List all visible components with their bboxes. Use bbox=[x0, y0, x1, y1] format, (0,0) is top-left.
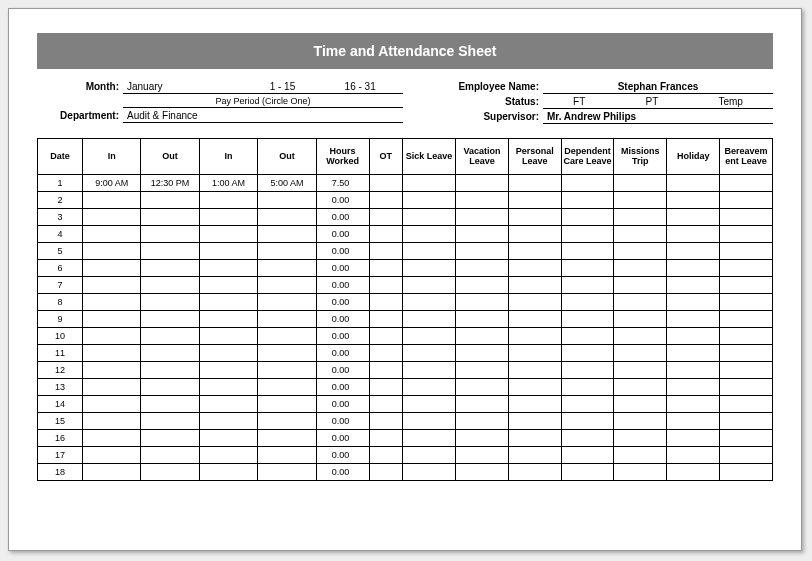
cell-sick[interactable] bbox=[403, 311, 456, 328]
cell-out2[interactable] bbox=[258, 362, 316, 379]
cell-vacation[interactable] bbox=[456, 209, 509, 226]
cell-ot[interactable] bbox=[369, 396, 403, 413]
cell-hours[interactable]: 0.00 bbox=[316, 209, 369, 226]
cell-personal[interactable] bbox=[508, 209, 561, 226]
cell-out2[interactable] bbox=[258, 226, 316, 243]
cell-missions[interactable] bbox=[614, 226, 667, 243]
cell-hours[interactable]: 0.00 bbox=[316, 464, 369, 481]
cell-holiday[interactable] bbox=[667, 209, 720, 226]
cell-out1[interactable] bbox=[141, 464, 199, 481]
cell-dependent[interactable] bbox=[561, 311, 614, 328]
cell-bereave[interactable] bbox=[720, 226, 773, 243]
cell-missions[interactable] bbox=[614, 192, 667, 209]
cell-dependent[interactable] bbox=[561, 464, 614, 481]
cell-out1[interactable] bbox=[141, 277, 199, 294]
cell-out1[interactable] bbox=[141, 260, 199, 277]
cell-bereave[interactable] bbox=[720, 430, 773, 447]
cell-hours[interactable]: 0.00 bbox=[316, 294, 369, 311]
cell-vacation[interactable] bbox=[456, 447, 509, 464]
cell-dependent[interactable] bbox=[561, 277, 614, 294]
cell-out1[interactable] bbox=[141, 396, 199, 413]
cell-personal[interactable] bbox=[508, 430, 561, 447]
cell-vacation[interactable] bbox=[456, 413, 509, 430]
cell-hours[interactable]: 0.00 bbox=[316, 447, 369, 464]
supervisor-value[interactable]: Mr. Andrew Philips bbox=[543, 111, 773, 124]
cell-missions[interactable] bbox=[614, 396, 667, 413]
cell-in2[interactable] bbox=[199, 345, 257, 362]
cell-ot[interactable] bbox=[369, 379, 403, 396]
cell-out2[interactable] bbox=[258, 260, 316, 277]
cell-date[interactable]: 2 bbox=[38, 192, 83, 209]
cell-missions[interactable] bbox=[614, 311, 667, 328]
cell-out1[interactable] bbox=[141, 226, 199, 243]
cell-sick[interactable] bbox=[403, 379, 456, 396]
cell-hours[interactable]: 0.00 bbox=[316, 277, 369, 294]
cell-dependent[interactable] bbox=[561, 362, 614, 379]
cell-date[interactable]: 5 bbox=[38, 243, 83, 260]
cell-hours[interactable]: 0.00 bbox=[316, 243, 369, 260]
cell-vacation[interactable] bbox=[456, 464, 509, 481]
cell-bereave[interactable] bbox=[720, 362, 773, 379]
cell-date[interactable]: 8 bbox=[38, 294, 83, 311]
cell-sick[interactable] bbox=[403, 413, 456, 430]
cell-out2[interactable] bbox=[258, 192, 316, 209]
cell-in1[interactable] bbox=[82, 345, 140, 362]
cell-ot[interactable] bbox=[369, 243, 403, 260]
cell-bereave[interactable] bbox=[720, 277, 773, 294]
cell-missions[interactable] bbox=[614, 243, 667, 260]
cell-missions[interactable] bbox=[614, 362, 667, 379]
cell-in1[interactable] bbox=[82, 226, 140, 243]
cell-in2[interactable] bbox=[199, 260, 257, 277]
cell-hours[interactable]: 0.00 bbox=[316, 328, 369, 345]
cell-out2[interactable] bbox=[258, 243, 316, 260]
cell-holiday[interactable] bbox=[667, 379, 720, 396]
cell-out1[interactable] bbox=[141, 345, 199, 362]
cell-date[interactable]: 1 bbox=[38, 175, 83, 192]
cell-ot[interactable] bbox=[369, 311, 403, 328]
cell-holiday[interactable] bbox=[667, 328, 720, 345]
cell-hours[interactable]: 0.00 bbox=[316, 260, 369, 277]
cell-hours[interactable]: 0.00 bbox=[316, 226, 369, 243]
cell-bereave[interactable] bbox=[720, 209, 773, 226]
cell-sick[interactable] bbox=[403, 396, 456, 413]
cell-out2[interactable] bbox=[258, 209, 316, 226]
cell-ot[interactable] bbox=[369, 277, 403, 294]
cell-dependent[interactable] bbox=[561, 345, 614, 362]
cell-in1[interactable] bbox=[82, 396, 140, 413]
cell-date[interactable]: 17 bbox=[38, 447, 83, 464]
cell-hours[interactable]: 0.00 bbox=[316, 345, 369, 362]
cell-dependent[interactable] bbox=[561, 447, 614, 464]
cell-vacation[interactable] bbox=[456, 175, 509, 192]
cell-bereave[interactable] bbox=[720, 311, 773, 328]
cell-out1[interactable]: 12:30 PM bbox=[141, 175, 199, 192]
cell-date[interactable]: 14 bbox=[38, 396, 83, 413]
cell-personal[interactable] bbox=[508, 328, 561, 345]
status-options[interactable]: FT PT Temp bbox=[543, 96, 773, 109]
cell-in2[interactable] bbox=[199, 379, 257, 396]
cell-bereave[interactable] bbox=[720, 175, 773, 192]
cell-ot[interactable] bbox=[369, 260, 403, 277]
cell-bereave[interactable] bbox=[720, 464, 773, 481]
cell-in2[interactable] bbox=[199, 226, 257, 243]
cell-in2[interactable] bbox=[199, 277, 257, 294]
cell-out1[interactable] bbox=[141, 379, 199, 396]
cell-hours[interactable]: 0.00 bbox=[316, 379, 369, 396]
cell-missions[interactable] bbox=[614, 294, 667, 311]
cell-ot[interactable] bbox=[369, 362, 403, 379]
cell-dependent[interactable] bbox=[561, 260, 614, 277]
cell-missions[interactable] bbox=[614, 209, 667, 226]
cell-out2[interactable] bbox=[258, 396, 316, 413]
cell-ot[interactable] bbox=[369, 192, 403, 209]
cell-missions[interactable] bbox=[614, 260, 667, 277]
cell-personal[interactable] bbox=[508, 260, 561, 277]
cell-sick[interactable] bbox=[403, 226, 456, 243]
cell-out2[interactable] bbox=[258, 277, 316, 294]
cell-ot[interactable] bbox=[369, 464, 403, 481]
cell-bereave[interactable] bbox=[720, 396, 773, 413]
cell-hours[interactable]: 0.00 bbox=[316, 396, 369, 413]
cell-missions[interactable] bbox=[614, 379, 667, 396]
cell-out1[interactable] bbox=[141, 430, 199, 447]
cell-in2[interactable] bbox=[199, 192, 257, 209]
cell-in1[interactable] bbox=[82, 328, 140, 345]
cell-holiday[interactable] bbox=[667, 243, 720, 260]
